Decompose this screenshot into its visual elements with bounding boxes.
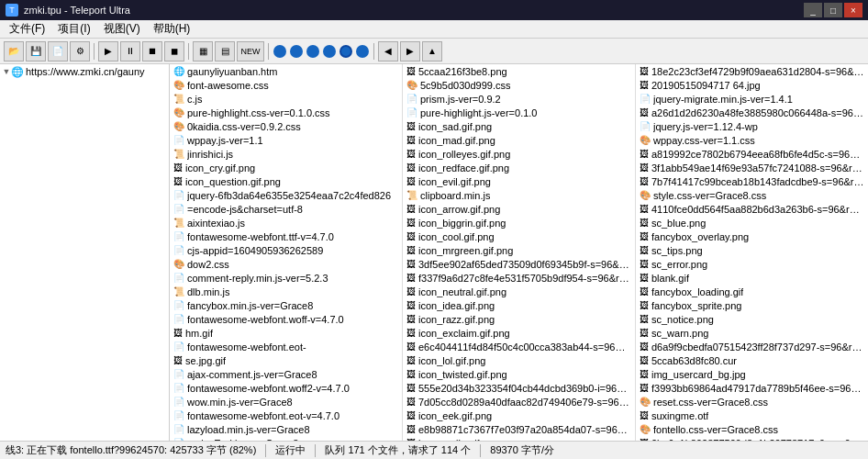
list-item[interactable]: 🖼suxingme.otf: [636, 409, 868, 422]
maximize-button[interactable]: □: [824, 3, 842, 17]
list-item[interactable]: 🎨style.css-ver=Grace8.css: [636, 188, 868, 202]
list-item[interactable]: 🖼icon_rolleyes.gif.png: [403, 147, 635, 161]
list-item[interactable]: 📄jquery.js-ver=1.12.4-wp: [636, 119, 868, 133]
list-item[interactable]: 🎨reset.css-ver=Grace8.css: [636, 395, 868, 409]
list-item[interactable]: 🖼blank.gif: [636, 271, 868, 285]
list-item[interactable]: 🖼fancybox_overlay.png: [636, 230, 868, 243]
list-item[interactable]: 📄jquery-migrate.min.js-ver=1.4.1: [636, 92, 868, 106]
list-item[interactable]: 🖼icon_eek.gif.png: [403, 409, 635, 422]
list-item[interactable]: 🖼icon_biggrin.gif.png: [403, 216, 635, 230]
list-item[interactable]: 📄pure-highlight.js-ver=0.1.0: [403, 106, 635, 119]
list-item[interactable]: 📄ajax-comment.js-ver=Grace8: [170, 367, 402, 381]
toolbar-stop2[interactable]: ◼: [164, 41, 184, 62]
list-item[interactable]: 📜clipboard.min.js: [403, 188, 635, 202]
toolbar-stop[interactable]: ⏹: [142, 41, 162, 62]
list-item[interactable]: 🖼3f1abb549ae14f69e93a57fc7241088-s=96&r=…: [636, 161, 868, 174]
menu-help[interactable]: 帮助(H): [148, 21, 196, 38]
list-item[interactable]: 📄fontawesome-webfont.woff2-v=4.7.0: [170, 381, 402, 395]
toolbar-play[interactable]: ▶: [98, 41, 118, 62]
toolbar-grid[interactable]: ▦: [193, 41, 213, 62]
list-item[interactable]: 📄lazyload.min.js-ver=Grace8: [170, 422, 402, 436]
list-item[interactable]: 📄wow.min.js-ver=Grace8: [170, 395, 402, 409]
list-item[interactable]: 🖼18e2c23cf3ef4729b9f09aea631d2804-s=96&r…: [636, 64, 868, 78]
list-item[interactable]: 📄fontawesome-webfont.woff-v=4.7.0: [170, 312, 402, 326]
list-item[interactable]: 📜jinrishici.js: [170, 147, 402, 161]
list-item[interactable]: 🎨0kaidia.css-ver=0.9.2.css: [170, 119, 402, 133]
list-item[interactable]: 🖼e6c404411f4d84f50c4c00cca383ab44-s=96&r…: [403, 340, 635, 353]
list-item[interactable]: 🖼f337f9a6d27c8fe4e531f5705b9df954-s=96&r…: [403, 271, 635, 285]
list-item[interactable]: 🖼icon_cool.gif.png: [403, 230, 635, 243]
toolbar-open[interactable]: 📂: [4, 41, 24, 62]
list-item[interactable]: 🖼icon_sad.gif.png: [403, 119, 635, 133]
list-item[interactable]: 🖼icon_twisted.gif.png: [403, 367, 635, 381]
list-item[interactable]: 📄fontawesome-webfont.eot-: [170, 340, 402, 353]
list-item[interactable]: 🖼icon_idea.gif.png: [403, 298, 635, 312]
list-item[interactable]: 🖼20190515094717 64.jpg: [636, 78, 868, 92]
toolbar-properties[interactable]: ⚙: [70, 41, 90, 62]
circle-5[interactable]: [339, 45, 352, 58]
list-item[interactable]: 📄fontawesome-webfont.eot-v=4.7.0: [170, 409, 402, 422]
list-item[interactable]: 🖼sc_error.png: [636, 257, 868, 271]
list-item[interactable]: 🖼a26d1d2d6230a48fe3885980c066448a-s=96&r…: [636, 106, 868, 119]
tree-root[interactable]: ▼ 🌐 https://www.zmki.cn/gauny: [0, 64, 169, 79]
toolbar-new2[interactable]: NEW: [237, 41, 264, 62]
list-item[interactable]: 🖼f3993bb69864ad47917da7789b5f46ee-s=96&r…: [636, 381, 868, 395]
list-item[interactable]: 🖼fancybox_sprite.png: [636, 298, 868, 312]
list-item[interactable]: 🎨fontello.css-ver=Grace8.css: [636, 422, 868, 436]
minimize-button[interactable]: _: [804, 3, 822, 17]
circle-6[interactable]: [356, 45, 369, 58]
list-item[interactable]: 🎨dow2.css: [170, 257, 402, 271]
toolbar-arrow-right[interactable]: ▶: [400, 41, 420, 62]
list-item[interactable]: 🖼sc_tips.png: [636, 243, 868, 257]
list-item[interactable]: 🖼se.jpg.gif: [170, 353, 402, 367]
list-item[interactable]: 🖼4110fce0dd564f5aa882b6d3a263b6-s=96&r=g…: [636, 202, 868, 216]
list-item[interactable]: 🖼icon_evil.gif.png: [403, 174, 635, 188]
list-item[interactable]: 🖼icon_exclaim.gif.png: [403, 326, 635, 340]
list-item[interactable]: 📄cjs-appid=1604905936262589: [170, 243, 402, 257]
list-item[interactable]: 📄jquery-6fb3da64e6355e3254eaa7c2c4fed826: [170, 188, 402, 202]
list-item[interactable]: 🌐gaunyliyuanban.htm: [170, 64, 402, 78]
menu-file[interactable]: 文件(F): [4, 21, 50, 38]
toolbar-pause[interactable]: ⏸: [120, 41, 140, 62]
list-item[interactable]: 🖼5ccaa216f3be8.png: [403, 64, 635, 78]
list-item[interactable]: 🖼a819992ce7802b6794eea68fb6fe4d5c-s=96&r…: [636, 147, 868, 161]
list-item[interactable]: 🎨font-awesome.css: [170, 78, 402, 92]
close-button[interactable]: ×: [844, 3, 862, 17]
list-item[interactable]: 🖼icon_mrgreen.gif.png: [403, 243, 635, 257]
toolbar-arrow-up[interactable]: ▲: [422, 41, 442, 62]
list-item[interactable]: 🎨5c9b5d030d999.css: [403, 78, 635, 92]
list-item[interactable]: 🖼icon_razz.gif.png: [403, 312, 635, 326]
list-item[interactable]: 🖼sc_notice.png: [636, 312, 868, 326]
window-controls[interactable]: _ □ ×: [804, 3, 862, 17]
circle-4[interactable]: [323, 45, 336, 58]
list-item[interactable]: 🖼img_usercard_bg.jpg: [636, 367, 868, 381]
circle-2[interactable]: [290, 45, 303, 58]
list-item[interactable]: 🖼sc_blue.png: [636, 216, 868, 230]
list-item[interactable]: 🖼5ccab63d8fc80.cur: [636, 353, 868, 367]
list-item[interactable]: 🖼icon_redface.gif.png: [403, 161, 635, 174]
list-item[interactable]: 📄wppay.js-ver=1.1: [170, 133, 402, 147]
list-item[interactable]: 📄comment-reply.min.js-ver=5.2.3: [170, 271, 402, 285]
list-item[interactable]: 🖼d6a9f9cbedfa07515423ff28f737d297-s=96&r…: [636, 340, 868, 353]
circle-1[interactable]: [273, 45, 286, 58]
list-item[interactable]: 📄fontawesome-webfont.ttf-v=4.7.0: [170, 230, 402, 243]
list-item[interactable]: 🖼icon_arrow.gif.png: [403, 202, 635, 216]
list-item[interactable]: 📄=encode-js&charset=utf-8: [170, 202, 402, 216]
toolbar-save[interactable]: 💾: [26, 41, 46, 62]
list-item[interactable]: 📜dlb.min.js: [170, 285, 402, 298]
menu-view[interactable]: 视图(V): [98, 21, 146, 38]
list-item[interactable]: 🎨wppay.css-ver=1.1.css: [636, 133, 868, 147]
list-item[interactable]: 🖼icon_cry.gif.png: [170, 161, 402, 174]
list-item[interactable]: 🖼sc_warn.png: [636, 326, 868, 340]
list-item[interactable]: 🖼hm.gif: [170, 326, 402, 340]
list-item[interactable]: 🖼7d05cc8d0289a40dfaac82d749406e79-s=96&r…: [403, 395, 635, 409]
toolbar-list[interactable]: ▤: [215, 41, 235, 62]
list-item[interactable]: 🖼3df5ee902af65ded73509d0f69345b9f-s=96&r…: [403, 257, 635, 271]
list-item[interactable]: 🖼icon_question.gif.png: [170, 174, 402, 188]
list-item[interactable]: 🖼icon_lol.gif.png: [403, 353, 635, 367]
menu-project[interactable]: 项目(I): [52, 21, 95, 38]
list-item[interactable]: 🖼icon_mad.gif.png: [403, 133, 635, 147]
list-item[interactable]: 🎨pure-highlight.css-ver=0.1.0.css: [170, 106, 402, 119]
list-item[interactable]: 📜aixintexiao.js: [170, 216, 402, 230]
list-item[interactable]: 🖼e8b98871c7367f7e03f97a20a854da07-s=96&r…: [403, 422, 635, 436]
